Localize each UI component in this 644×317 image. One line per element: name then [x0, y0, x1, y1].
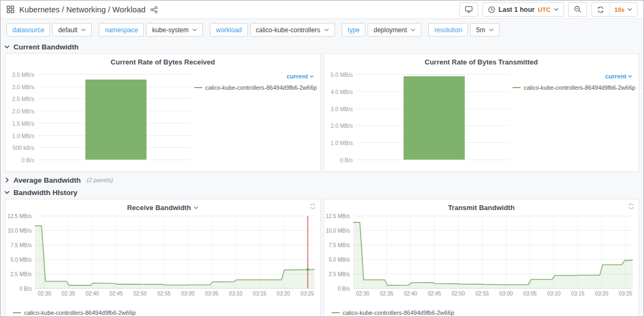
y-axis-tick-label: 3.5 MB/s: [6, 71, 34, 78]
chevron-down-icon: [194, 206, 199, 210]
grid-line: 5.0 MB/s: [356, 74, 510, 75]
grid-line: 0 B/s: [38, 160, 191, 160]
y-axis-tick-label: 3.0 MB/s: [325, 106, 353, 112]
legend-row: calico-kube-controllers-86494d9fb6-2w66p…: [194, 84, 314, 91]
chevron-right-icon: [4, 177, 10, 183]
x-axis-tick-label: 03:10: [229, 291, 242, 297]
time-picker-button[interactable]: Last 1 hour UTC: [482, 2, 564, 17]
panel-transmit-bandwidth: Transmit Bandwidth 0 B/s2.5 MB/s5.0 MB/s…: [324, 199, 640, 317]
refresh-interval-dropdown[interactable]: 10s: [609, 3, 637, 16]
y-axis-tick-label: 5.0 MB/s: [325, 71, 353, 78]
variable-value-dropdown[interactable]: calico-kube-controllers: [250, 23, 335, 37]
panel-bytes-transmitted: Current Rate of Bytes Transmitted 5.0 MB…: [324, 53, 640, 172]
variable-value-text: deployment: [374, 26, 407, 34]
variable-resolution: resolution5m: [428, 23, 500, 37]
chevron-down-icon: [489, 28, 494, 32]
series-name[interactable]: calico-kube-controllers-86494d9fb6-2w66p: [206, 84, 317, 91]
legend-sort-current[interactable]: current: [513, 73, 632, 80]
bar-series[interactable]: [404, 76, 465, 160]
y-axis-tick-label: 2.5 MB/s: [329, 271, 350, 277]
y-axis-tick-label: 0 B/s: [6, 157, 34, 163]
series-color-dash: [13, 312, 21, 313]
variable-value-dropdown[interactable]: kube-system: [146, 23, 203, 37]
variable-datasource: datasourcedefault: [6, 23, 92, 37]
refresh-button[interactable]: [592, 3, 609, 16]
chevron-down-icon: [411, 28, 415, 32]
share-icon[interactable]: [150, 6, 158, 13]
series-line[interactable]: [35, 226, 314, 285]
row-header-average-bandwidth[interactable]: Average Bandwidth (2 panels): [1, 174, 643, 186]
variables-row: datasourcedefaultnamespacekube-systemwor…: [1, 19, 643, 40]
series-point-marker[interactable]: [306, 268, 309, 271]
legend: current calico-kube-controllers-86494d9f…: [194, 67, 320, 168]
y-axis-tick-label: 10.0 MB/s: [326, 228, 350, 234]
x-axis-tick-label: 03:05: [205, 291, 218, 297]
x-axis-tick-label: 03:20: [595, 291, 609, 297]
tv-mode-button[interactable]: [459, 2, 478, 17]
variable-value-text: 5m: [476, 26, 485, 34]
x-axis-tick-label: 02:35: [62, 291, 75, 297]
bar-chart-transmitted[interactable]: 5.0 MB/s4.0 MB/s3.0 MB/s2.0 MB/s1.0 MB/s…: [356, 74, 510, 160]
x-axis-tick-label: 02:55: [157, 291, 171, 297]
variable-value-dropdown[interactable]: 5m: [470, 23, 500, 37]
panel-title[interactable]: Receive Bandwidth: [5, 199, 320, 212]
y-axis-tick-label: 12.5 MB/s: [326, 213, 350, 219]
variable-value-dropdown[interactable]: deployment: [368, 23, 421, 37]
panel-title[interactable]: Transmit Bandwidth: [324, 199, 639, 212]
y-axis-tick-label: 5.0 MB/s: [10, 257, 31, 263]
row-header-bandwidth-history[interactable]: Bandwidth HIstory: [1, 186, 643, 198]
variable-label: datasource: [6, 23, 50, 37]
panel-title[interactable]: Current Rate of Bytes Received: [5, 54, 320, 67]
grid-line: 0 B/s: [356, 160, 510, 160]
panel-title[interactable]: Current Rate of Bytes Transmitted: [324, 54, 639, 67]
dashboard-grid-icon[interactable]: [6, 5, 14, 13]
series-area-fill: [353, 222, 633, 289]
navbar: Kubernetes / Networking / Workload: [1, 1, 643, 19]
x-axis-tick-label: 02:30: [356, 291, 370, 297]
y-axis-tick-label: 7.5 MB/s: [10, 242, 31, 248]
series-name[interactable]: calico-kube-controllers-86494d9fb6-2w66p: [343, 309, 455, 316]
variable-value-text: default: [58, 26, 77, 34]
x-axis-tick-label: 03:20: [276, 291, 290, 297]
bar-series[interactable]: [85, 80, 147, 160]
series-current-value: 4.89 MB/s: [639, 84, 644, 91]
y-axis-tick-label: 2.0 MB/s: [6, 108, 34, 114]
row-title: Current Bandwidth: [13, 43, 79, 51]
timeseries-chart-receive[interactable]: 0 B/s2.5 MB/s5.0 MB/s7.5 MB/s10.0 MB/s12…: [8, 213, 318, 298]
row-header-current-bandwidth[interactable]: Current Bandwidth: [1, 41, 643, 53]
x-axis-tick-label: 03:25: [619, 291, 632, 297]
series-name[interactable]: calico-kube-controllers-86494d9fb6-2w66p: [524, 84, 635, 91]
y-axis-tick-label: 4.0 MB/s: [325, 89, 353, 95]
variable-workload: workloadcalico-kube-controllers: [210, 23, 334, 37]
dashboard-title: Kubernetes / Networking / Workload: [19, 5, 145, 14]
bar-chart-received[interactable]: 3.5 MB/s3.0 MB/s2.5 MB/s2.0 MB/s1.5 MB/s…: [38, 74, 191, 160]
x-axis-tick-label: 02:30: [38, 291, 51, 297]
timeseries-chart-transmit[interactable]: 0 B/s2.5 MB/s5.0 MB/s7.5 MB/s10.0 MB/s12…: [326, 213, 636, 298]
y-axis-tick-label: 500 kB/s: [6, 145, 34, 151]
variable-label: type: [342, 23, 366, 37]
x-axis-tick-label: 02:40: [404, 291, 418, 297]
chevron-down-icon: [192, 28, 197, 32]
legend-sort-current[interactable]: current: [194, 73, 314, 80]
time-range-label: Last 1 hour: [499, 6, 535, 13]
grid-line: 3.5 MB/s: [38, 74, 191, 75]
panel-receive-bandwidth: Receive Bandwidth 0 B/s2.5 MB/s5.0 MB/s7…: [5, 199, 321, 317]
series-color-dash: [332, 312, 340, 313]
legend: calico-kube-controllers-86494d9fb6-2w66p: [13, 309, 136, 316]
series-name[interactable]: calico-kube-controllers-86494d9fb6-2w66p: [24, 309, 136, 316]
variable-value-dropdown[interactable]: default: [52, 23, 92, 37]
panel-refresh-icon[interactable]: [628, 203, 634, 210]
panel-refresh-icon[interactable]: [310, 203, 316, 210]
variable-type: typedeployment: [342, 23, 422, 37]
x-axis-tick-label: 03:15: [253, 291, 266, 297]
refresh-button-group: 10s: [591, 2, 638, 17]
variable-label: resolution: [428, 23, 468, 37]
y-axis-tick-label: 3.0 MB/s: [6, 84, 34, 90]
x-axis-tick-label: 02:50: [133, 291, 147, 297]
series-area-fill: [35, 226, 314, 289]
legend: current calico-kube-controllers-86494d9f…: [513, 67, 639, 168]
x-axis-tick-label: 02:35: [380, 291, 393, 297]
zoom-out-button[interactable]: [568, 2, 587, 17]
variable-namespace: namespacekube-system: [99, 23, 203, 37]
x-axis-tick-label: 03:25: [301, 291, 314, 297]
